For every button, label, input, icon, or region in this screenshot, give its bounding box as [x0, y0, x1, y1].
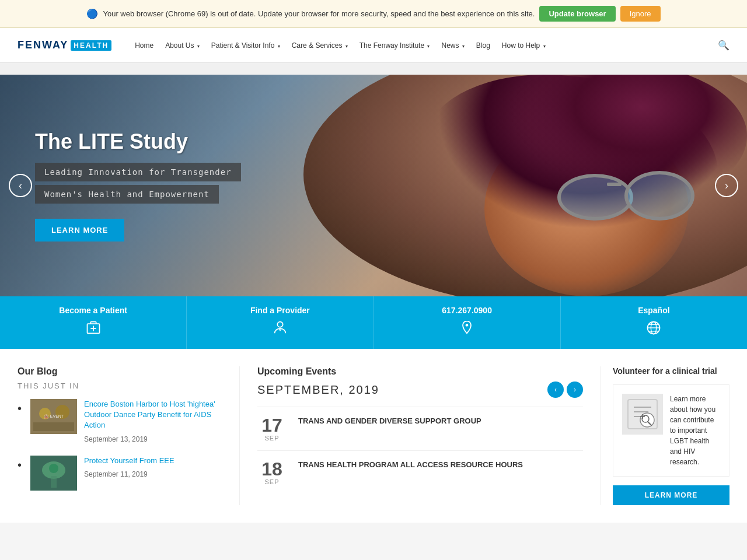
svg-point-3 [277, 322, 282, 327]
events-section: Upcoming Events SEPTEMBER, 2019 ‹ › 17 S… [239, 366, 601, 505]
hero-glasses-left [557, 174, 633, 220]
hero-prev-button[interactable]: ‹ [9, 174, 32, 197]
hero-content: The LITE Study Leading Innovation for Tr… [0, 106, 276, 265]
event-item-1: 18 SEP TRANS HEALTH PROGRAM ALL ACCESS R… [257, 450, 583, 494]
svg-text:🏨 EVENT: 🏨 EVENT [44, 414, 64, 419]
events-header: SEPTEMBER, 2019 ‹ › [257, 382, 583, 398]
blog-thumb-1 [30, 456, 77, 491]
nav-item-news[interactable]: News ▾ [435, 37, 470, 54]
blog-title-link-0[interactable]: Encore Boston Harbor to Host 'hightea' O… [84, 399, 222, 431]
logo-health: HEALTH [71, 40, 111, 51]
nav-item-institute[interactable]: The Fenway Institute ▾ [354, 37, 436, 54]
hero-subtitle-box-2: Women's Health and Empowerment [35, 185, 219, 204]
list-item: 🏨 EVENT Encore Boston Harbor to Host 'hi… [18, 399, 222, 444]
banner-message: Your web browser (Chrome 69) is out of d… [103, 9, 535, 18]
events-prev-button[interactable]: ‹ [547, 382, 564, 398]
svg-rect-18 [51, 476, 57, 488]
dropdown-arrow: ▾ [197, 44, 200, 49]
quick-link-phone[interactable]: 617.267.0900 [374, 296, 561, 349]
hero-next-button[interactable]: › [715, 174, 738, 197]
hero-subtitle-1: Leading Innovation for Transgender [44, 167, 232, 177]
nav-item-home[interactable]: Home [129, 37, 159, 54]
blog-section-title: Our Blog [18, 366, 222, 377]
volunteer-section: Volunteer for a clinical trial Learn mor… [601, 366, 729, 505]
upcoming-events-title: Upcoming Events [257, 366, 583, 377]
hero-subtitle-box-1: Leading Innovation for Transgender [35, 163, 241, 181]
list-item: Protect Yourself From EEE September 11, … [18, 456, 222, 491]
nav-spacer [0, 63, 747, 75]
quick-links-bar: Become a Patient Find a Provider 617.267… [0, 296, 747, 349]
update-browser-button[interactable]: Update browser [539, 6, 615, 22]
dropdown-arrow: ▾ [462, 44, 465, 49]
dropdown-arrow: ▾ [543, 44, 546, 49]
event-details-0: TRANS AND GENDER DIVERSE SUPPORT GROUP [298, 416, 583, 426]
event-item-0: 17 SEP TRANS AND GENDER DIVERSE SUPPORT … [257, 407, 583, 450]
blog-section: Our Blog THIS JUST IN 🏨 EVENT [18, 366, 239, 505]
volunteer-card: Learn more about how you can contribute … [613, 384, 729, 477]
search-icon[interactable]: 🔍 [718, 40, 729, 51]
events-month-label: SEPTEMBER, 2019 [257, 383, 379, 397]
nav-item-about[interactable]: About Us ▾ [159, 37, 205, 54]
volunteer-learn-more-button[interactable]: LEARN MORE [613, 485, 729, 505]
site-logo: FENWAY HEALTH [18, 39, 111, 51]
nav-item-blog[interactable]: Blog [470, 37, 496, 54]
hero-glasses-right [624, 171, 694, 220]
nav-item-patient[interactable]: Patient & Visitor Info ▾ [205, 37, 286, 54]
volunteer-title: Volunteer for a clinical trial [613, 366, 729, 376]
quick-link-find-provider[interactable]: Find a Provider [187, 296, 374, 349]
dropdown-arrow: ▾ [427, 44, 430, 49]
event-day-1: 18 [257, 460, 287, 478]
event-details-1: TRANS HEALTH PROGRAM ALL ACCESS RESOURCE… [298, 460, 583, 470]
nav-item-care[interactable]: Care & Services ▾ [286, 37, 354, 54]
quick-link-espanol[interactable]: Español [561, 296, 747, 349]
globe-icon [645, 320, 662, 340]
blog-thumb-0: 🏨 EVENT [30, 399, 77, 434]
main-content: Our Blog THIS JUST IN 🏨 EVENT [0, 349, 747, 523]
blog-title-link-1[interactable]: Protect Yourself From EEE [84, 456, 174, 466]
navbar: FENWAY HEALTH Home About Us ▾ Patient & … [0, 28, 747, 63]
chrome-icon: 🔵 [86, 8, 98, 19]
volunteer-icon [622, 394, 663, 435]
event-date-1: 18 SEP [257, 460, 287, 485]
svg-rect-13 [33, 422, 74, 431]
hero-glasses-bridge [607, 183, 622, 186]
provider-icon [272, 320, 288, 340]
blog-info-0: Encore Boston Harbor to Host 'hightea' O… [84, 399, 222, 444]
quick-link-label-0: Become a Patient [59, 306, 127, 315]
hero-section: ‹ The LITE Study Leading Innovation for … [0, 75, 747, 296]
blog-list: 🏨 EVENT Encore Boston Harbor to Host 'hi… [18, 399, 222, 491]
blog-date-0: September 13, 2019 [84, 435, 148, 443]
browser-banner: 🔵 Your web browser (Chrome 69) is out of… [0, 0, 747, 28]
hero-subtitle-2: Women's Health and Empowerment [44, 190, 210, 199]
event-name-1: TRANS HEALTH PROGRAM ALL ACCESS RESOURCE… [298, 460, 583, 470]
event-name-0: TRANS AND GENDER DIVERSE SUPPORT GROUP [298, 416, 583, 426]
events-nav: ‹ › [547, 382, 583, 398]
event-date-0: 17 SEP [257, 416, 287, 442]
hero-learn-more-button[interactable]: LEARN MORE [35, 219, 124, 242]
quick-link-label-1: Find a Provider [250, 306, 310, 315]
quick-link-label-2: 617.267.0900 [442, 306, 492, 315]
blog-section-subtitle: THIS JUST IN [18, 382, 222, 390]
logo-part1: FENWAY [18, 39, 68, 51]
dropdown-arrow: ▾ [278, 44, 280, 49]
medical-icon [85, 320, 102, 340]
dropdown-arrow: ▾ [345, 44, 348, 49]
nav-links: Home About Us ▾ Patient & Visitor Info ▾… [129, 37, 718, 54]
blog-info-1: Protect Yourself From EEE September 11, … [84, 456, 174, 479]
events-next-button[interactable]: › [567, 382, 583, 398]
blog-date-1: September 11, 2019 [84, 470, 148, 478]
location-icon [459, 320, 475, 340]
svg-point-4 [466, 324, 469, 327]
quick-link-become-patient[interactable]: Become a Patient [0, 296, 187, 349]
hero-title: The LITE Study [35, 130, 241, 154]
quick-link-label-3: Español [638, 306, 669, 315]
svg-point-17 [49, 464, 58, 473]
volunteer-description: Learn more about how you can contribute … [670, 394, 720, 467]
event-day-0: 17 [257, 416, 287, 435]
ignore-button[interactable]: Ignore [620, 6, 661, 22]
nav-item-help[interactable]: How to Help ▾ [496, 37, 551, 54]
